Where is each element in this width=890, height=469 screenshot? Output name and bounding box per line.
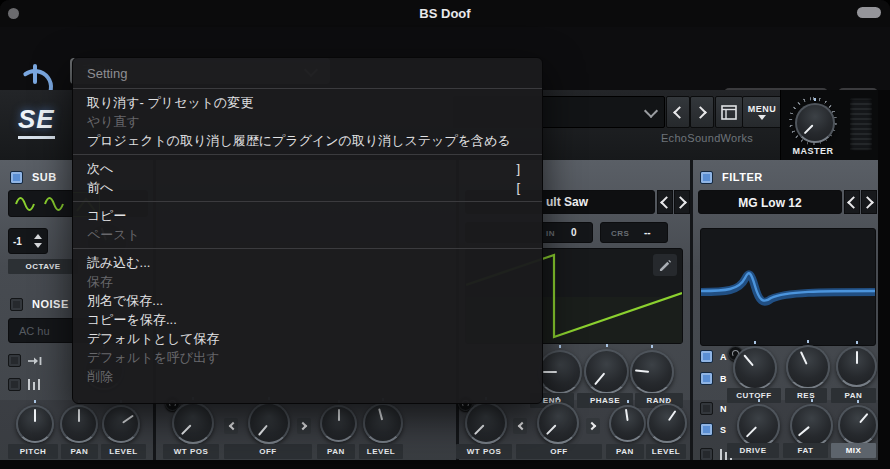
osc1-pan-knob[interactable]: [320, 405, 357, 442]
osc2-preset-value: ult Saw: [546, 195, 588, 209]
osc2-off-increment[interactable]: [586, 418, 600, 434]
triangle-down-icon: [758, 115, 766, 120]
noise-keytrack-toggle[interactable]: [8, 378, 43, 391]
filter-curve: [701, 229, 875, 345]
wave-edit-button[interactable]: [653, 254, 677, 276]
osc1-wtpos-knob[interactable]: [172, 402, 214, 444]
osc2-phase-knob[interactable]: [584, 349, 629, 394]
route-s-label: S: [720, 425, 726, 435]
filter-mix-knob[interactable]: [838, 405, 878, 445]
chevron-left-icon: [517, 422, 525, 430]
chevron-right-icon: [298, 422, 306, 430]
route-a-label: A: [720, 352, 727, 362]
osc2-off-decrement[interactable]: [513, 418, 527, 434]
master-label: MASTER: [781, 146, 845, 156]
menu-item-save-as-default[interactable]: デフォルトとして保存: [73, 329, 542, 348]
noise-pan-label: PAN: [61, 444, 98, 459]
route-s-checkbox: [700, 423, 713, 436]
menu-separator: [73, 154, 542, 155]
menu-separator: [73, 88, 542, 89]
filter-res-knob[interactable]: [786, 345, 830, 389]
filter-preset-prev[interactable]: [844, 190, 860, 214]
menu-item-undo[interactable]: 取り消す- プリセットの変更: [73, 93, 542, 112]
noise-level-knob[interactable]: [102, 405, 140, 443]
osc2-preset-prev[interactable]: [657, 190, 673, 214]
patch-prev-button[interactable]: [666, 96, 690, 128]
noise-title: NOISE: [32, 298, 69, 310]
level-meter: [850, 98, 872, 151]
menu-item-previous[interactable]: 前へ[: [73, 178, 542, 197]
filter-res-label: RES: [785, 388, 827, 403]
window-control-pill[interactable]: [857, 7, 881, 18]
osc2-rand-knob[interactable]: [630, 350, 674, 394]
octave-stepper[interactable]: -1: [8, 228, 48, 254]
osc1-off-knob[interactable]: [248, 402, 290, 444]
patch-browser-button[interactable]: [715, 96, 743, 128]
osc2-wtpos-knob[interactable]: [465, 402, 507, 444]
route-b-label: B: [720, 374, 727, 384]
brand-logo: SE: [18, 104, 55, 139]
osc1-level-label: LEVEL: [359, 444, 403, 459]
master-knob[interactable]: [795, 103, 835, 143]
osc2-coarse-tune-field[interactable]: CRS --: [600, 222, 668, 243]
menu-item-save-as[interactable]: 別名で保存...: [73, 291, 542, 310]
sine-wave-icon[interactable]: [43, 195, 67, 213]
filter-route-b-toggle[interactable]: B: [700, 372, 727, 385]
noise-enable-checkbox[interactable]: [10, 298, 23, 311]
chevron-right-icon: [674, 196, 687, 209]
noise-pitch-knob[interactable]: [16, 405, 54, 443]
osc1-off-increment[interactable]: [297, 418, 311, 434]
menu-item-next[interactable]: 次へ]: [73, 159, 542, 178]
keytrack-checkbox: [8, 378, 21, 391]
osc1-wtpos-label: WT POS: [163, 444, 219, 459]
chevron-right-icon: [587, 422, 595, 430]
osc2-pan-knob[interactable]: [609, 405, 646, 442]
menu-item-delete: 削除: [73, 367, 542, 386]
menu-separator: [73, 248, 542, 249]
filter-preset-display[interactable]: MG Low 12: [698, 190, 842, 214]
filter-fat-knob[interactable]: [790, 404, 833, 447]
filter-enable-checkbox[interactable]: [700, 171, 713, 184]
filter-route-a-toggle[interactable]: A: [700, 350, 727, 363]
plugin-menu-button[interactable]: MENU: [742, 96, 782, 128]
osc2-off-knob[interactable]: [537, 402, 579, 444]
sine-wave-icon[interactable]: [14, 195, 38, 213]
menu-item-include-undo-steps[interactable]: プロジェクトの取り消し履歴にプラグインの取り消しステップを含める: [73, 131, 542, 150]
filter-route-s-toggle[interactable]: S: [700, 423, 726, 436]
browser-icon: [721, 105, 737, 120]
coarse-tune-value: --: [644, 227, 651, 238]
chevron-down-icon: [644, 104, 658, 118]
context-menu: Setting 取り消す- プリセットの変更 やり直す プロジェクトの取り消し履…: [72, 57, 543, 404]
osc2-preset-next[interactable]: [674, 190, 690, 214]
osc2-wtpos-label: WT POS: [456, 444, 512, 459]
shortcut: [: [516, 178, 520, 197]
stepper-arrows-icon[interactable]: [34, 234, 43, 248]
menu-item-save-copy[interactable]: コピーを保存...: [73, 310, 542, 329]
filter-cutoff-knob[interactable]: [733, 346, 777, 390]
filter-drive-knob[interactable]: [737, 404, 780, 447]
menu-item-load[interactable]: 読み込む...: [73, 253, 542, 272]
noise-oneshot-toggle[interactable]: [8, 354, 43, 367]
filter-preset-next[interactable]: [861, 190, 877, 214]
osc1-off-decrement[interactable]: [224, 418, 238, 434]
osc1-level-knob[interactable]: [363, 403, 403, 443]
window-edge: [878, 90, 890, 469]
pencil-icon: [659, 259, 672, 272]
piano-keys-icon: [27, 379, 43, 390]
fine-tune-label: IN: [546, 229, 555, 238]
filter-pan-knob[interactable]: [836, 346, 877, 387]
plugin-window: BS Doof 手動 表示: エディタ SE: [0, 0, 890, 469]
osc2-bend-knob[interactable]: [538, 350, 582, 394]
route-n-label: N: [720, 404, 727, 414]
menu-item-copy[interactable]: コピー: [73, 206, 542, 225]
sub-enable-checkbox[interactable]: [10, 171, 23, 184]
filter-response-display[interactable]: [700, 228, 876, 346]
menu-header: Setting: [73, 63, 542, 84]
filter-fat-label: FAT: [783, 443, 828, 458]
patch-next-button[interactable]: [690, 96, 714, 128]
chevron-left-icon: [847, 196, 860, 209]
route-n-checkbox: [700, 402, 713, 415]
noise-pan-knob[interactable]: [60, 405, 98, 443]
filter-route-n-toggle[interactable]: N: [700, 402, 727, 415]
osc2-level-knob[interactable]: [647, 403, 687, 443]
